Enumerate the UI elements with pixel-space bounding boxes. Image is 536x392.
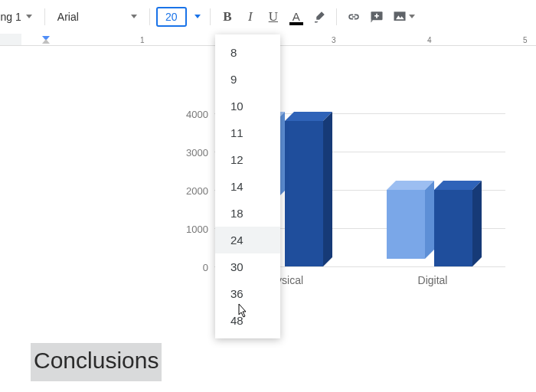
font-size-option[interactable]: 24 — [215, 227, 280, 253]
separator — [149, 8, 150, 25]
text-color-button[interactable]: A — [286, 6, 307, 28]
chevron-down-icon — [26, 15, 32, 18]
y-tick-label: 0 — [178, 262, 208, 273]
chevron-down-icon — [131, 15, 137, 18]
font-size-option[interactable]: 12 — [215, 146, 280, 173]
font-size-menu: 8 9 10 11 12 14 18 24 30 36 48 — [215, 34, 280, 338]
chevron-down-icon — [194, 15, 201, 18]
toolbar: Heading 1 Arial 20 B I U A — [0, 0, 536, 34]
text-color-bar — [289, 22, 303, 25]
bold-button[interactable]: B — [217, 6, 238, 28]
bar-digital-2018 — [387, 190, 425, 259]
font-size-option[interactable]: 10 — [215, 93, 280, 119]
bar-digital-2019 — [434, 190, 472, 266]
add-comment-button[interactable] — [366, 6, 387, 28]
y-tick-label: 2000 — [178, 185, 208, 197]
insert-link-button[interactable] — [343, 6, 364, 28]
paragraph-style-dropdown[interactable]: Heading 1 — [0, 8, 38, 26]
font-family-dropdown[interactable]: Arial — [51, 8, 143, 26]
underline-button[interactable]: U — [263, 6, 284, 28]
font-size-option[interactable]: 14 — [215, 173, 280, 200]
separator — [210, 8, 211, 25]
y-tick-label: 3000 — [178, 147, 208, 158]
ruler-tick: 5 — [523, 36, 528, 44]
font-size-option[interactable]: 8 — [215, 39, 280, 66]
y-tick-label: 4000 — [178, 109, 208, 120]
ruler-tick: 3 — [332, 36, 336, 44]
font-size-option[interactable]: 30 — [215, 253, 280, 280]
insert-image-button[interactable] — [389, 6, 418, 28]
font-size-dropdown-toggle[interactable] — [191, 11, 204, 23]
font-size-input[interactable]: 20 — [156, 7, 187, 27]
image-icon — [392, 9, 407, 24]
font-size-control: 20 — [156, 7, 204, 27]
embedded-chart[interactable]: 4000 3000 2000 1000 0 Physic — [145, 98, 536, 305]
font-size-option[interactable]: 18 — [215, 200, 280, 227]
mouse-cursor-icon — [234, 302, 250, 321]
highlight-button[interactable] — [309, 6, 330, 28]
font-family-label: Arial — [57, 11, 79, 23]
italic-button[interactable]: I — [240, 6, 261, 28]
bar-group-digital: Digital — [387, 190, 472, 266]
bar-physical-2019 — [285, 121, 323, 266]
font-size-option[interactable]: 11 — [215, 119, 280, 146]
left-indent-marker[interactable] — [42, 39, 50, 44]
chevron-down-icon — [409, 15, 415, 18]
comment-plus-icon — [369, 9, 384, 24]
selected-heading[interactable]: Conclusions — [31, 343, 162, 381]
separator — [44, 8, 45, 25]
heading-text: Conclusions — [34, 348, 159, 374]
category-label: Digital — [387, 274, 479, 286]
ruler-tick: 4 — [427, 36, 432, 44]
link-icon — [346, 9, 361, 24]
separator — [336, 8, 337, 25]
font-size-option[interactable]: 9 — [215, 66, 280, 93]
paragraph-style-label: Heading 1 — [0, 11, 21, 23]
y-tick-label: 1000 — [178, 224, 208, 235]
highlighter-icon — [312, 10, 326, 24]
ruler-tick: 1 — [140, 36, 145, 44]
